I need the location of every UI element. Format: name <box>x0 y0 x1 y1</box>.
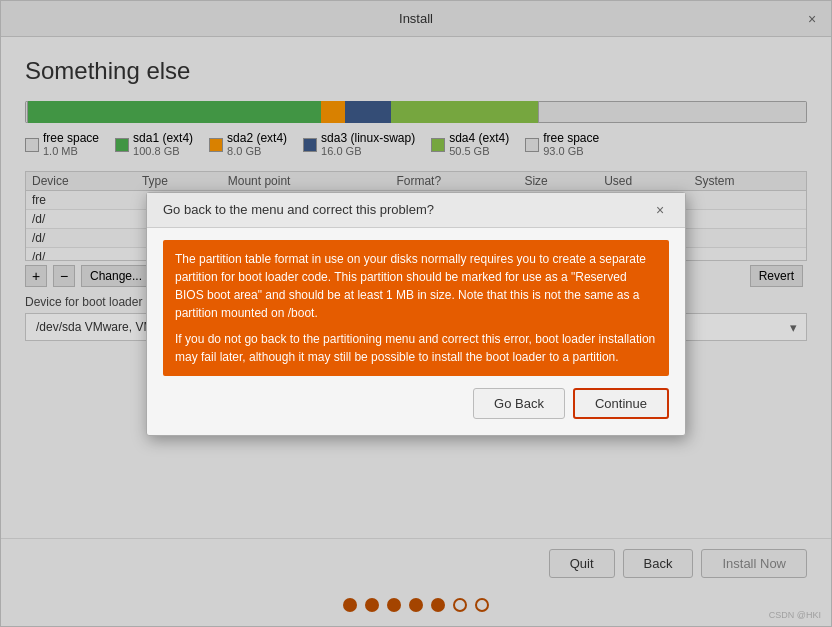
dialog-title: Go back to the menu and correct this pro… <box>163 202 434 217</box>
continue-button[interactable]: Continue <box>573 388 669 419</box>
dialog-warning-text-2: If you do not go back to the partitionin… <box>175 330 657 366</box>
main-window: Install × Something else free space 1.0 … <box>0 0 832 627</box>
dialog-body: The partition table format in use on you… <box>147 228 685 435</box>
dialog-close-button[interactable]: × <box>651 201 669 219</box>
dialog: Go back to the menu and correct this pro… <box>146 192 686 436</box>
dialog-warning-text-1: The partition table format in use on you… <box>175 250 657 322</box>
dialog-header: Go back to the menu and correct this pro… <box>147 193 685 228</box>
dialog-warning-box: The partition table format in use on you… <box>163 240 669 376</box>
go-back-button[interactable]: Go Back <box>473 388 565 419</box>
dialog-buttons: Go Back Continue <box>163 388 669 423</box>
dialog-overlay: Go back to the menu and correct this pro… <box>1 1 831 626</box>
